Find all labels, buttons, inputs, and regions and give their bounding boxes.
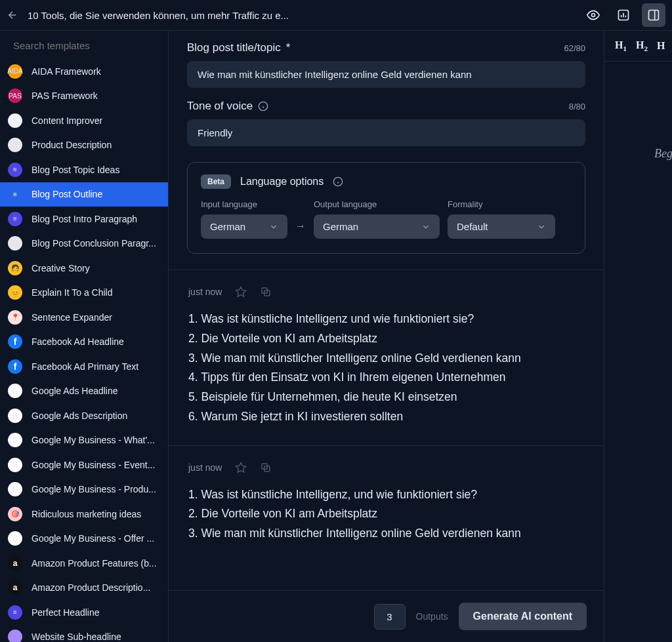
template-icon: ✎ [8,113,22,128]
result-line: 2. Die Vorteile von KI am Arbeitsplatz [188,329,584,349]
sidebar-item-8[interactable]: 🧑Creative Story [0,256,168,281]
result-card: just now1. Was ist künstliche Intelligen… [169,445,604,562]
outputs-count-input[interactable] [374,604,406,630]
output-lang-label: Output language [314,199,440,209]
template-icon: 🎯 [8,507,22,521]
template-icon: G [8,409,22,423]
sidebar-item-13[interactable]: GGoogle Ads Headline [0,379,168,404]
back-arrow-icon[interactable] [7,9,18,21]
copy-icon[interactable] [260,462,272,473]
input-lang-label: Input language [201,199,287,209]
sidebar-item-4[interactable]: ≡Blog Post Topic Ideas [0,157,168,182]
sidebar-item-16[interactable]: GGoogle My Business - Event... [0,452,168,477]
tone-input[interactable] [187,119,585,146]
sidebar-item-23[interactable]: Website Sub-headline [0,625,168,643]
template-icon: G [8,433,22,447]
sidebar-item-label: Facebook Ad Headline [32,336,124,347]
sidebar-item-label: Amazon Product Features (b... [32,558,157,569]
sidebar-item-9[interactable]: 😊Explain It To a Child [0,281,168,306]
sidebar-item-15[interactable]: GGoogle My Business - What'... [0,428,168,453]
sidebar-item-label: Product Description [32,140,112,150]
sidebar-item-10[interactable]: 📍Sentence Expander [0,305,168,330]
tone-counter: 8/80 [569,102,585,111]
sidebar-item-label: Blog Post Conclusion Paragr... [32,238,156,249]
search-input[interactable] [13,40,155,51]
sidebar-item-21[interactable]: aAmazon Product Descriptio... [0,576,168,601]
sidebar-item-label: Blog Post Outline [32,189,102,199]
tone-label: Tone of voice [187,100,253,113]
preview-button[interactable] [581,3,605,27]
sidebar-item-label: Google My Business - Produ... [32,484,156,494]
sidebar-item-label: Perfect Headline [32,607,100,618]
svg-point-0 [592,14,595,17]
template-icon: G [8,482,22,496]
sidebar-item-7[interactable]: Blog Post Conclusion Paragr... [0,231,168,256]
sidebar-item-label: Google Ads Description [32,411,127,421]
sidebar-item-19[interactable]: GGoogle My Business - Offer ... [0,527,168,552]
result-line: 4. Tipps für den Einsatz von KI in Ihrem… [188,368,584,388]
sidebar-item-12[interactable]: fFacebook Ad Primary Text [0,354,168,379]
sidebar-item-1[interactable]: PASPAS Framework [0,84,168,109]
language-options-title: Language options [240,176,324,188]
sidebar-item-label: Sentence Expander [32,312,112,323]
result-time: just now [188,287,222,297]
arrow-icon: → [295,220,306,239]
input-lang-select[interactable]: German [201,214,287,239]
required-mark: * [286,41,291,54]
template-icon [8,138,22,152]
results-list: just now1. Was ist künstliche Intelligen… [169,270,604,590]
sidebar-item-label: Google My Business - What'... [32,435,155,445]
formality-select[interactable]: Default [448,214,555,239]
split-view-button[interactable] [642,3,665,27]
sidebar-item-11[interactable]: fFacebook Ad Headline [0,330,168,355]
sidebar-item-label: Google Ads Headline [32,386,118,396]
beta-badge: Beta [201,174,231,189]
editor-placeholder[interactable]: Beg [604,62,672,161]
sidebar-item-22[interactable]: ≡Perfect Headline [0,600,168,625]
result-line: 1. Was ist künstliche Intelligenz, und w… [188,485,584,505]
result-body: 1. Was ist künstliche Intelligenz und wi… [188,310,584,427]
sidebar-item-17[interactable]: GGoogle My Business - Produ... [0,477,168,502]
generate-button[interactable]: Generate AI content [459,603,587,630]
sidebar-item-14[interactable]: GGoogle Ads Description [0,403,168,428]
copy-icon[interactable] [260,286,272,298]
result-card: just now1. Was ist künstliche Intelligen… [169,270,604,445]
template-icon: f [8,334,22,349]
sidebar-item-2[interactable]: ✎Content Improver [0,108,168,133]
template-icon: ≡ [8,187,22,201]
title-input[interactable] [187,61,585,88]
sidebar-item-0[interactable]: AIDAAIDA Framework [0,59,168,84]
sidebar-item-20[interactable]: aAmazon Product Features (b... [0,551,168,576]
result-body: 1. Was ist künstliche Intelligenz, und w… [188,485,584,544]
sidebar-item-18[interactable]: 🎯Ridiculous marketing ideas [0,502,168,527]
editor-panel: H1 H2 H Beg [604,31,672,642]
star-icon[interactable] [235,462,247,473]
h3-button[interactable]: H [654,39,667,53]
bottom-bar: Outputs Generate AI content [169,590,604,642]
template-icon: f [8,359,22,374]
output-lang-select[interactable]: German [314,214,440,239]
result-line: 5. Beispiele für Unternehmen, die heute … [188,388,584,407]
star-icon[interactable] [235,286,247,298]
sidebar-item-6[interactable]: ≡Blog Post Intro Paragraph [0,207,168,231]
sidebar-item-label: Facebook Ad Primary Text [32,361,138,372]
h2-button[interactable]: H2 [633,38,650,54]
template-icon: 📍 [8,310,22,325]
title-label: Blog post title/topic [187,41,281,54]
sidebar-item-5[interactable]: ≡Blog Post Outline [0,182,168,207]
sidebar-item-label: Blog Post Intro Paragraph [32,214,137,224]
sidebar-item-3[interactable]: Product Description [0,133,168,158]
template-icon [8,630,22,642]
analytics-button[interactable] [612,3,635,27]
template-icon: PAS [8,89,22,103]
title-counter: 62/80 [564,43,585,53]
svg-rect-2 [649,10,659,20]
sidebar-item-label: Ridiculous marketing ideas [32,509,141,519]
info-icon [258,101,268,111]
result-line: 1. Was ist künstliche Intelligenz und wi… [188,310,584,329]
editor-toolbar: H1 H2 H [604,31,672,62]
template-icon: 🧑 [8,261,22,275]
template-icon: G [8,531,22,546]
h1-button[interactable]: H1 [612,38,629,54]
chevron-down-icon [269,222,278,231]
